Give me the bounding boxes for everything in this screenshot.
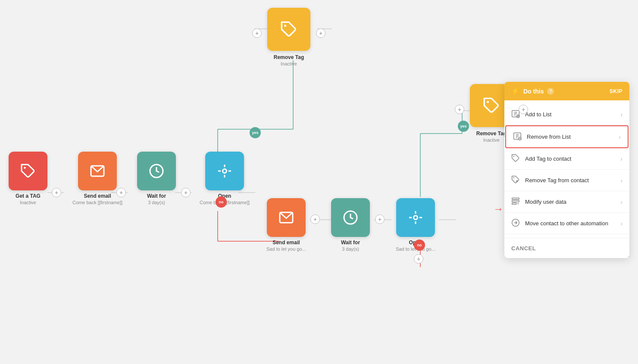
node-wait-for-1[interactable]: Wait for 3 day(s): [137, 152, 176, 205]
remove-tag-icon: [511, 175, 520, 185]
node-card-send-email-1[interactable]: [78, 152, 117, 190]
node-sublabel-wait-for-1: 3 day(s): [148, 200, 165, 205]
svg-point-55: [513, 156, 515, 157]
node-card-open-1[interactable]: [205, 152, 244, 190]
node-label-send-email-1: Send email: [84, 193, 111, 199]
node-send-email-2[interactable]: Send email Sad to let you go...: [266, 198, 306, 252]
node-sublabel-remove-tag-top: Inactive: [281, 61, 297, 66]
modify-user-icon: [511, 197, 520, 207]
node-get-tag[interactable]: Get a TAG Inactive: [9, 152, 47, 205]
do-this-item-left-move-contact: Move contact to other automation: [511, 218, 608, 228]
node-wait-for-2[interactable]: Wait for 3 day(s): [331, 198, 370, 252]
node-remove-tag-top[interactable]: + + Remove Tag Inactive: [267, 8, 310, 66]
move-contact-icon: [511, 218, 520, 228]
chevron-modify-user: ›: [620, 199, 622, 205]
plus-btn-right-left[interactable]: +: [455, 105, 464, 114]
chevron-remove-tag: ›: [620, 177, 622, 184]
chevron-add-to-list: ›: [620, 111, 622, 118]
remove-from-list-label: Remove from List: [527, 134, 571, 140]
do-this-item-left-add-to-list: Add to List: [511, 109, 551, 119]
remove-from-list-icon: [513, 132, 522, 142]
plus-btn-top-right[interactable]: +: [316, 28, 325, 38]
node-label-get-tag: Get a TAG: [16, 193, 41, 199]
svg-rect-61: [512, 203, 516, 204]
node-card-open-2[interactable]: [396, 198, 435, 237]
node-sublabel-get-tag: Inactive: [20, 200, 36, 205]
plus-btn-1[interactable]: +: [52, 188, 61, 197]
node-card-get-tag[interactable]: [9, 152, 47, 190]
do-this-header-left: ⚡ Do this ?: [511, 87, 554, 95]
plus-btn-top-left[interactable]: +: [252, 28, 262, 38]
node-sublabel-send-email-2: Sad to let you go...: [266, 246, 306, 252]
plus-btn-right-right[interactable]: +: [519, 105, 528, 114]
svg-point-56: [513, 177, 515, 179]
plus-btn-bottom[interactable]: +: [414, 254, 423, 264]
svg-point-25: [24, 167, 26, 169]
plus-btn-3[interactable]: +: [181, 188, 191, 197]
svg-point-36: [413, 216, 417, 220]
badge-yes-2: yes: [458, 121, 469, 132]
node-sublabel-wait-for-2: 3 day(s): [342, 246, 359, 252]
add-tag-label: Add Tag to contact: [525, 156, 571, 162]
do-this-item-add-tag[interactable]: Add Tag to contact ›: [504, 148, 629, 170]
node-send-email-1[interactable]: Send email Come back [[firstname]]: [72, 152, 122, 205]
badge-no-1: no: [216, 196, 227, 208]
do-this-item-move-contact[interactable]: Move contact to other automation ›: [504, 213, 629, 234]
do-this-item-left-add-tag: Add Tag to contact: [511, 154, 571, 164]
badge-yes-1: yes: [250, 127, 261, 138]
do-this-title: Do this: [523, 88, 544, 95]
do-this-item-remove-from-list[interactable]: Remove from List ›: [505, 125, 629, 148]
svg-rect-60: [512, 200, 519, 202]
do-this-header: ⚡ Do this ? SKIP: [504, 82, 629, 100]
node-sublabel-send-email-1: Come back [[firstname]]: [72, 200, 122, 205]
chevron-move-contact: ›: [620, 220, 622, 227]
node-card-wait-for-1[interactable]: [137, 152, 176, 190]
do-this-item-left-remove-from-list: Remove from List: [513, 132, 571, 142]
plus-btn-2[interactable]: +: [116, 188, 126, 197]
node-label-remove-tag-top: Remove Tag: [274, 54, 304, 60]
automation-canvas: Get a TAG Inactive + Send email Come bac…: [0, 0, 638, 364]
chevron-add-tag: ›: [620, 156, 622, 162]
svg-point-33: [284, 25, 286, 27]
skip-button[interactable]: SKIP: [610, 88, 622, 94]
node-card-remove-tag-top[interactable]: [267, 8, 310, 51]
node-sublabel-remove-tag-right: Inactive: [483, 137, 500, 143]
node-card-send-email-2[interactable]: [267, 198, 306, 237]
add-tag-icon: [511, 154, 520, 164]
cancel-button[interactable]: CANCEL: [511, 245, 536, 252]
do-this-item-left-modify-user: Modify user data: [511, 197, 566, 207]
move-contact-label: Move contact to other automation: [525, 220, 608, 227]
plus-btn-4[interactable]: +: [310, 215, 320, 224]
chevron-remove-from-list: ›: [619, 134, 621, 140]
do-this-items-list: Add to List › Remove from List ›: [504, 100, 629, 238]
node-label-wait-for-1: Wait for: [147, 193, 166, 199]
do-this-item-modify-user[interactable]: Modify user data ›: [504, 191, 629, 213]
do-this-item-left-remove-tag: Remove Tag from contact: [511, 175, 589, 185]
do-this-item-remove-tag[interactable]: Remove Tag from contact ›: [504, 170, 629, 191]
node-label-remove-tag-right: Remove Tag: [476, 131, 507, 137]
node-card-wait-for-2[interactable]: [331, 198, 370, 237]
node-open-1[interactable]: Open Come back [[firstname]]: [200, 152, 250, 205]
svg-point-41: [487, 101, 489, 103]
remove-tag-label: Remove Tag from contact: [525, 177, 589, 184]
badge-no-2: no: [414, 240, 425, 251]
node-label-send-email-2: Send email: [272, 240, 300, 246]
plus-btn-5[interactable]: +: [375, 215, 385, 224]
modify-user-label: Modify user data: [525, 199, 566, 205]
add-to-list-label: Add to List: [525, 111, 551, 118]
do-this-footer: CANCEL: [504, 238, 629, 258]
svg-point-28: [223, 169, 227, 173]
red-arrow-indicator: →: [493, 203, 504, 215]
lightning-icon: ⚡: [511, 87, 520, 95]
help-icon: ?: [547, 88, 554, 95]
svg-rect-59: [512, 198, 519, 199]
node-label-wait-for-2: Wait for: [341, 240, 360, 246]
